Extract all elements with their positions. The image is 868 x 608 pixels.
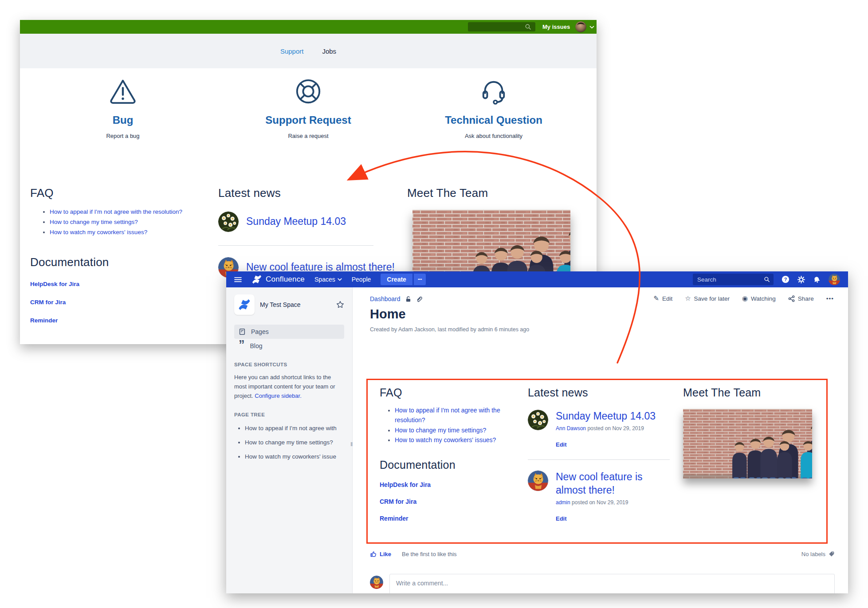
tag-icon <box>828 551 835 557</box>
more-actions-button[interactable]: ••• <box>826 295 834 302</box>
tile-support-request[interactable]: Support Request Raise a request <box>242 76 375 139</box>
sidebar-resize-handle[interactable]: ‖ <box>350 441 353 447</box>
edit-link[interactable]: Edit <box>556 515 674 522</box>
faq-link[interactable]: How to change my time settings? <box>395 425 520 435</box>
hamburger-menu-icon[interactable] <box>234 277 242 282</box>
meet-the-team-title: Meet The Team <box>407 186 593 200</box>
tab-jobs[interactable]: Jobs <box>322 47 336 55</box>
faq-link[interactable]: How to watch my coworkers' issues? <box>50 228 216 238</box>
faq-section: FAQ How to appeal if I'm not agree with … <box>380 386 520 522</box>
pages-doc-icon <box>239 328 246 335</box>
eye-icon: ◉ <box>742 294 748 302</box>
team-photo <box>683 409 812 479</box>
save-for-later-button[interactable]: ☆ Save for later <box>685 294 730 302</box>
unlock-icon[interactable] <box>405 296 412 302</box>
doc-link[interactable]: CRM for Jira <box>30 299 216 306</box>
star-icon: ☆ <box>685 294 691 302</box>
page-tree-label: PAGE TREE <box>234 412 344 417</box>
annotation-red-box: FAQ How to appeal if I'm not agree with … <box>366 379 828 544</box>
faq-link[interactable]: How to watch my coworkers' issues? <box>395 435 520 445</box>
blog-quote-icon: ” <box>239 342 245 349</box>
gear-icon[interactable] <box>797 276 805 283</box>
doc-link[interactable]: Reminder <box>380 515 520 522</box>
news-byline: admin posted on Nov 29, 2019 <box>556 499 674 506</box>
favorite-star-icon[interactable] <box>336 301 344 309</box>
watching-button[interactable]: ◉ Watching <box>742 294 776 302</box>
doc-link[interactable]: CRM for Jira <box>380 498 520 505</box>
faq-link[interactable]: How to appeal if I'm not agree with the … <box>50 207 216 217</box>
create-more-button[interactable]: ••• <box>413 274 426 285</box>
edit-button[interactable]: ✎ Edit <box>653 294 672 302</box>
news-link[interactable]: New cool feature is almost there! <box>556 471 674 497</box>
search-input[interactable] <box>693 274 774 285</box>
page-tree-item[interactable]: How to appeal if I'm not agree with <box>245 425 344 431</box>
meet-the-team-section: Meet The Team <box>683 386 825 479</box>
confluence-navbar: Confluence Spaces People Create ••• <box>226 271 848 287</box>
news-item: New cool feature is almost there! admin … <box>528 471 674 522</box>
share-icon <box>788 295 795 302</box>
confluence-window: Confluence Spaces People Create ••• <box>226 271 848 593</box>
avatar <box>218 212 239 232</box>
comment-input[interactable] <box>389 574 835 593</box>
nav-people[interactable]: People <box>352 276 371 283</box>
my-issues-button[interactable]: My issues <box>542 24 570 30</box>
thumbs-up-icon <box>370 550 377 557</box>
tile-title[interactable]: Bug <box>56 114 189 126</box>
search-icon <box>764 276 770 282</box>
tile-bug[interactable]: Bug Report a bug <box>56 76 189 139</box>
help-tab-bar: Support Jobs <box>20 34 597 68</box>
share-button[interactable]: Share <box>788 295 814 302</box>
page-title: Home <box>370 307 406 322</box>
news-link[interactable]: Sunday Meetup 14.03 <box>556 410 656 423</box>
faq-link[interactable]: How to appeal if I'm not agree with the … <box>395 405 520 425</box>
author-link[interactable]: Ann Dawson <box>556 425 586 431</box>
latest-news-title: Latest news <box>218 186 396 200</box>
user-avatar[interactable] <box>829 274 840 285</box>
faq-title: FAQ <box>380 386 520 399</box>
page-main: Dashboard ✎ Edit ☆ Save for later <box>353 287 848 593</box>
tile-title[interactable]: Support Request <box>242 114 375 126</box>
comment-section <box>370 574 835 593</box>
help-icon[interactable] <box>782 275 789 283</box>
meet-the-team-title: Meet The Team <box>683 386 825 399</box>
nav-spaces[interactable]: Spaces <box>314 276 342 283</box>
faq-link[interactable]: How to change my time settings? <box>50 217 216 228</box>
labels-button[interactable]: No labels <box>801 551 835 557</box>
news-link[interactable]: Sunday Meetup 14.03 <box>246 215 346 228</box>
doc-link[interactable]: HelpDesk for Jira <box>380 481 520 488</box>
help-header-bar: My issues <box>20 20 597 34</box>
breadcrumb[interactable]: Dashboard <box>370 295 401 302</box>
pencil-icon: ✎ <box>653 294 659 302</box>
avatar <box>528 471 548 491</box>
faq-section: FAQ How to appeal if I'm not agree with … <box>30 186 216 324</box>
configure-sidebar-link[interactable]: Configure sidebar. <box>255 392 302 399</box>
request-type-tiles: Bug Report a bug Support Request Raise a… <box>20 76 597 139</box>
latest-news-section: Latest news Sunday Meetup 14.03 Ann Daws… <box>528 386 674 522</box>
notifications-bell-icon[interactable] <box>813 276 821 283</box>
tab-support[interactable]: Support <box>280 47 304 55</box>
author-link[interactable]: admin <box>556 499 570 506</box>
page-tree-item[interactable]: How to watch my coworkers' issue <box>245 453 344 460</box>
space-logo <box>234 294 255 315</box>
sidebar-item-blog[interactable]: ” Blog <box>234 339 344 353</box>
page-tree-item[interactable]: How to change my time settings? <box>245 439 344 446</box>
news-item: Sunday Meetup 14.03 Ann Dawson posted on… <box>528 410 674 448</box>
edit-link[interactable]: Edit <box>556 441 656 448</box>
doc-link[interactable]: Reminder <box>30 317 216 324</box>
chevron-down-icon[interactable] <box>589 26 594 29</box>
chevron-down-icon <box>338 278 342 281</box>
user-avatar[interactable] <box>575 21 586 32</box>
confluence-logo[interactable]: Confluence <box>251 274 305 285</box>
news-byline: Ann Dawson posted on Nov 29, 2019 <box>556 425 656 431</box>
divider <box>218 245 373 246</box>
like-button[interactable]: Like <box>370 550 391 557</box>
avatar <box>528 410 548 430</box>
tile-title[interactable]: Technical Question <box>427 114 560 126</box>
attachments-paperclip-icon[interactable] <box>416 296 423 302</box>
doc-link[interactable]: HelpDesk for Jira <box>30 281 216 287</box>
tile-technical-question[interactable]: Technical Question Ask about functionali… <box>427 76 560 139</box>
latest-news-title: Latest news <box>528 386 674 399</box>
create-button[interactable]: Create <box>381 274 412 285</box>
sidebar-item-pages[interactable]: Pages <box>234 325 344 339</box>
search-icon <box>525 24 531 30</box>
